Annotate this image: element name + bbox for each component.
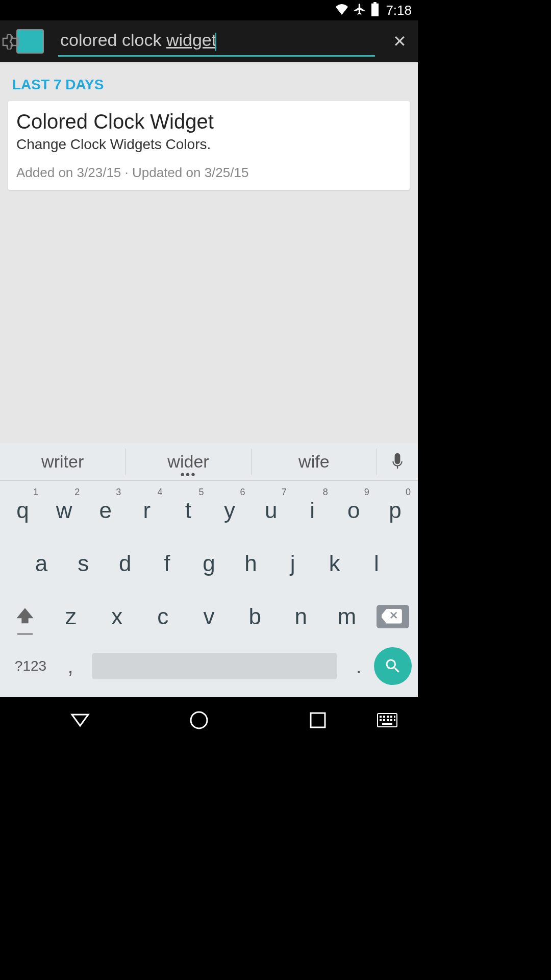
search-input[interactable]: colored clock widget [58,26,375,56]
svg-rect-4 [383,716,385,718]
section-header: LAST 7 DAYS [8,70,410,101]
key-d[interactable]: d [104,538,146,589]
svg-rect-12 [394,719,395,721]
key-p[interactable]: 0p [374,485,416,536]
suggestion-2[interactable]: wider ••• [126,449,251,475]
voice-input-button[interactable] [377,453,418,471]
suggestion-3[interactable]: wife [252,449,377,475]
key-v[interactable]: v [186,591,232,642]
svg-rect-7 [394,716,395,718]
close-icon: ✕ [393,32,407,51]
key-f[interactable]: f [146,538,188,589]
svg-rect-10 [387,719,389,721]
svg-rect-13 [382,723,392,725]
key-s[interactable]: s [62,538,104,589]
svg-rect-5 [387,716,389,718]
search-icon [384,657,402,675]
app-bar: colored clock widget ✕ [0,20,418,62]
app-icon [16,29,44,54]
result-title: Colored Clock Widget [16,110,402,133]
results-area: LAST 7 DAYS Colored Clock Widget Change … [0,62,418,443]
key-y[interactable]: 6y [209,485,251,536]
key-w[interactable]: 2w [43,485,85,536]
triangle-down-icon [70,713,90,728]
status-time: 7:18 [386,3,412,18]
svg-rect-6 [390,716,392,718]
svg-rect-11 [390,719,392,721]
nav-back-button[interactable] [20,713,139,728]
key-l[interactable]: l [356,538,397,589]
svg-rect-1 [311,713,325,727]
key-q[interactable]: 1q [2,485,43,536]
key-h[interactable]: h [230,538,272,589]
status-bar: 7:18 [0,0,418,20]
shift-icon [15,606,35,627]
key-e[interactable]: 3e [85,485,126,536]
key-x[interactable]: x [94,591,140,642]
search-key[interactable] [374,647,412,685]
key-c[interactable]: c [140,591,186,642]
mic-icon [391,453,404,471]
result-description: Change Clock Widgets Colors. [16,136,402,153]
svg-rect-8 [380,719,382,721]
key-b[interactable]: b [232,591,278,642]
suggestion-bar: writer wider ••• wife [0,443,418,481]
square-icon [309,712,327,729]
clear-search-button[interactable]: ✕ [389,31,410,52]
nav-home-button[interactable] [139,710,258,730]
key-i[interactable]: 8i [292,485,333,536]
key-a[interactable]: a [20,538,62,589]
key-g[interactable]: g [188,538,230,589]
result-meta: Added on 3/23/15 · Updated on 3/25/15 [16,165,402,181]
nav-ime-button[interactable] [377,713,397,727]
keyboard-icon [377,713,397,727]
keyboard: writer wider ••• wife 1q2w3e4r5t6y7u8i9o… [0,443,418,697]
shift-key[interactable] [2,591,48,642]
nav-recent-button[interactable] [258,712,377,729]
more-suggestions-icon: ••• [180,468,196,482]
backspace-key[interactable] [370,591,416,642]
comma-key[interactable]: , [55,655,86,678]
result-card[interactable]: Colored Clock Widget Change Clock Widget… [8,101,410,190]
key-n[interactable]: n [278,591,324,642]
period-key[interactable]: . [343,655,374,678]
backspace-icon [382,609,404,624]
key-k[interactable]: k [314,538,356,589]
key-z[interactable]: z [48,591,94,642]
battery-icon [370,2,380,18]
svg-point-0 [191,712,207,728]
key-o[interactable]: 9o [333,485,374,536]
spacebar-key[interactable] [92,653,337,679]
svg-rect-3 [380,716,382,718]
wifi-icon [335,4,349,17]
symbols-key[interactable]: ?123 [6,658,55,674]
circle-icon [189,710,209,730]
key-r[interactable]: 4r [126,485,167,536]
navigation-bar [0,697,418,743]
key-m[interactable]: m [324,591,370,642]
back-button[interactable] [8,29,44,54]
svg-rect-9 [383,719,385,721]
key-t[interactable]: 5t [167,485,209,536]
key-u[interactable]: 7u [251,485,292,536]
key-j[interactable]: j [272,538,314,589]
suggestion-1[interactable]: writer [0,449,126,475]
airplane-icon [353,3,366,18]
